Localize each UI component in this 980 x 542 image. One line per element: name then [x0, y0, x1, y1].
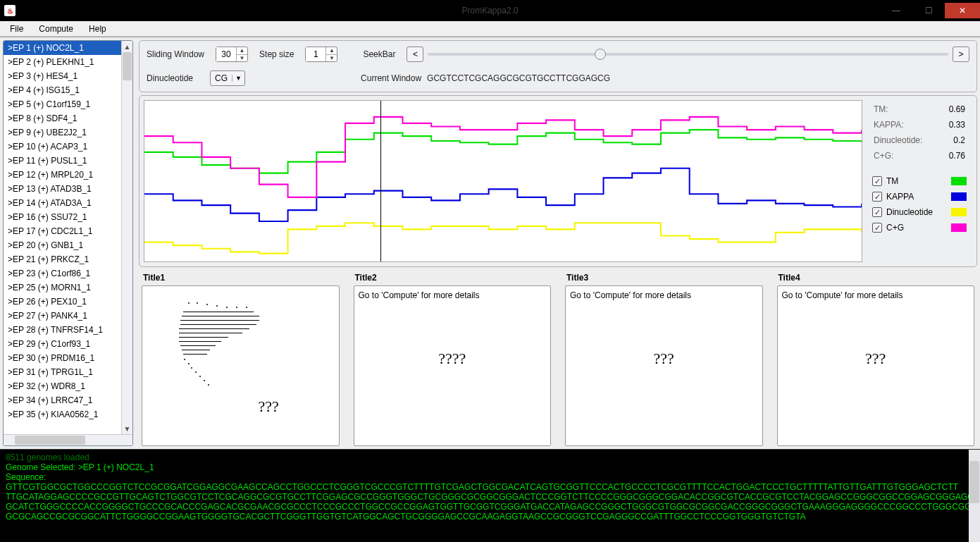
svg-rect-15: [180, 345, 216, 346]
spinner-up-icon[interactable]: ▲: [236, 47, 247, 55]
checkbox-cg[interactable]: [872, 223, 882, 233]
list-item[interactable]: >EP 1 (+) NOC2L_1: [4, 41, 121, 55]
spinner-down-icon[interactable]: ▼: [325, 55, 337, 62]
list-item[interactable]: >EP 13 (+) ATAD3B_1: [4, 182, 121, 196]
seekbar-next-button[interactable]: >: [953, 47, 969, 62]
list-item[interactable]: >EP 26 (+) PEX10_1: [4, 295, 121, 309]
list-item[interactable]: >EP 14 (+) ATAD3A_1: [4, 196, 121, 210]
minimize-button[interactable]: —: [880, 3, 912, 18]
list-item[interactable]: >EP 31 (+) TPRG1L_1: [4, 365, 121, 379]
sequence-list[interactable]: >EP 1 (+) NOC2L_1>EP 2 (+) PLEKHN1_1>EP …: [4, 41, 121, 434]
content-area: >EP 1 (+) NOC2L_1>EP 2 (+) PLEKHN1_1>EP …: [0, 37, 980, 449]
list-item[interactable]: >EP 25 (+) MORN1_1: [4, 281, 121, 295]
menubar: File Compute Help: [0, 21, 980, 37]
seekbar-track[interactable]: [428, 53, 948, 56]
list-item[interactable]: >EP 30 (+) PRDM16_1: [4, 351, 121, 365]
close-button[interactable]: ✕: [945, 3, 980, 18]
step-size-spinner[interactable]: ▲ ▼: [305, 47, 337, 62]
seekbar-prev-button[interactable]: <: [407, 47, 423, 62]
menu-file[interactable]: File: [6, 23, 27, 35]
list-item[interactable]: >EP 29 (+) C1orf93_1: [4, 337, 121, 351]
thumb-1-box[interactable]: ???: [142, 285, 340, 446]
swatch-kappa: [951, 192, 967, 201]
list-item[interactable]: >EP 16 (+) SSU72_1: [4, 210, 121, 224]
swatch-cg: [951, 223, 967, 232]
list-item[interactable]: >EP 21 (+) PRKCZ_1: [4, 252, 121, 266]
list-item[interactable]: >EP 12 (+) MRPL20_1: [4, 168, 121, 182]
list-item[interactable]: >EP 34 (+) LRRC47_1: [4, 393, 121, 407]
scrollbar-thumb-h[interactable]: [15, 436, 85, 445]
sliding-window-spinner[interactable]: ▲ ▼: [216, 47, 248, 62]
list-item[interactable]: >EP 4 (+) ISG15_1: [4, 83, 121, 97]
current-window-value: GCGTCCTCGCAGGCGCGTGCCTTCGGAGCG: [427, 73, 610, 83]
svg-rect-7: [183, 312, 254, 312]
list-item[interactable]: >EP 27 (+) PANK4_1: [4, 309, 121, 323]
controls-panel: Sliding Window ▲ ▼ Step size ▲ ▼: [139, 40, 977, 92]
spinner-up-icon[interactable]: ▲: [325, 47, 337, 55]
checkbox-kappa[interactable]: [872, 192, 882, 202]
thumb-3-hint: Go to 'Compute' for more details: [570, 290, 758, 300]
maximize-button[interactable]: ☐: [912, 3, 945, 18]
svg-point-21: [195, 371, 197, 373]
thumb-2-hint: Go to 'Compute' for more details: [359, 290, 547, 300]
thumb-2: Title2 Go to 'Compute' for more details …: [354, 270, 552, 446]
swatch-tm: [951, 177, 967, 185]
legend-dinucleotide[interactable]: Dinucleotide: [869, 206, 969, 218]
svg-rect-13: [179, 337, 228, 338]
svg-point-22: [199, 376, 201, 377]
list-scrollbar-vertical[interactable]: ▲ ▼: [121, 41, 132, 434]
svg-point-24: [208, 384, 209, 386]
current-window-label: Current Window: [361, 73, 421, 83]
console-scrollbar-thumb[interactable]: [969, 461, 979, 503]
checkbox-tm[interactable]: [872, 176, 882, 186]
sequence-list-panel: >EP 1 (+) NOC2L_1>EP 2 (+) PLEKHN1_1>EP …: [3, 40, 133, 446]
scrollbar-thumb[interactable]: [123, 52, 132, 80]
legend-kappa[interactable]: KAPPA: [869, 190, 969, 203]
list-item[interactable]: >EP 2 (+) PLEKHN1_1: [4, 55, 121, 69]
thumb-3-box[interactable]: Go to 'Compute' for more details ???: [565, 285, 763, 446]
sliding-window-input[interactable]: [216, 47, 236, 61]
thumb-4-box[interactable]: Go to 'Compute' for more details ???: [777, 285, 975, 446]
list-item[interactable]: >EP 3 (+) HES4_1: [4, 69, 121, 83]
list-item[interactable]: >EP 32 (+) WDR8_1: [4, 379, 121, 393]
list-item[interactable]: >EP 20 (+) GNB1_1: [4, 238, 121, 252]
list-item[interactable]: >EP 35 (+) KIAA0562_1: [4, 407, 121, 421]
chart-area[interactable]: [144, 100, 862, 262]
legend-tm[interactable]: TM: [869, 175, 969, 187]
spinner-down-icon[interactable]: ▼: [236, 55, 247, 62]
list-item[interactable]: >EP 23 (+) C1orf86_1: [4, 266, 121, 281]
svg-rect-8: [182, 316, 259, 316]
thumb-1-plot: [147, 290, 335, 403]
svg-point-2: [206, 304, 208, 305]
list-item[interactable]: >EP 11 (+) PUSL1_1: [4, 154, 121, 168]
console-seq-2: TTGCATAGGAGCCCCGCCGTTGCAGTCTGGCGTCCTCGCA…: [6, 492, 974, 502]
list-item[interactable]: >EP 28 (+) TNFRSF14_1: [4, 323, 121, 337]
console-seq-1: GTTCGTGGCGCTGGCCCGGTCTCCGCGGATCGGAGGCGAA…: [6, 482, 974, 492]
scroll-up-arrow-icon[interactable]: ▲: [122, 41, 132, 52]
console-seq-3: GCATCTGGGCCCCACCGGGGCTGCCCGCACCCGAGCACGC…: [6, 502, 974, 512]
console-line-1: Genome Selected: >EP 1 (+) NOC2L_1: [6, 462, 974, 472]
legend-cg[interactable]: C+G: [869, 221, 969, 234]
seekbar-thumb[interactable]: [595, 49, 606, 60]
dropdown-arrow-icon[interactable]: ▼: [232, 75, 244, 82]
list-item[interactable]: >EP 10 (+) ACAP3_1: [4, 140, 121, 154]
chart-svg: [144, 101, 862, 261]
list-item[interactable]: >EP 17 (+) CDC2L1_1: [4, 224, 121, 238]
step-size-input[interactable]: [306, 47, 325, 61]
menu-compute[interactable]: Compute: [35, 23, 77, 35]
list-item[interactable]: >EP 8 (+) SDF4_1: [4, 111, 121, 125]
metric-cg: C+G:0.76: [869, 149, 969, 162]
list-scrollbar-horizontal[interactable]: [4, 434, 132, 445]
console-scrollbar[interactable]: [969, 450, 980, 542]
console-panel: 8511 genomes loaded Genome Selected: >EP…: [0, 449, 980, 542]
scroll-down-arrow-icon[interactable]: ▼: [122, 423, 132, 434]
thumb-4: Title4 Go to 'Compute' for more details …: [777, 270, 975, 446]
thumb-3-text: ???: [570, 350, 758, 368]
menu-help[interactable]: Help: [85, 23, 111, 35]
dinucleotide-combo[interactable]: CG ▼: [210, 70, 245, 86]
thumb-3-title: Title3: [566, 273, 762, 283]
list-item[interactable]: >EP 9 (+) UBE2J2_1: [4, 125, 121, 140]
thumb-2-box[interactable]: Go to 'Compute' for more details ????: [354, 285, 552, 446]
checkbox-dinucleotide[interactable]: [872, 207, 882, 217]
list-item[interactable]: >EP 5 (+) C1orf159_1: [4, 97, 121, 111]
